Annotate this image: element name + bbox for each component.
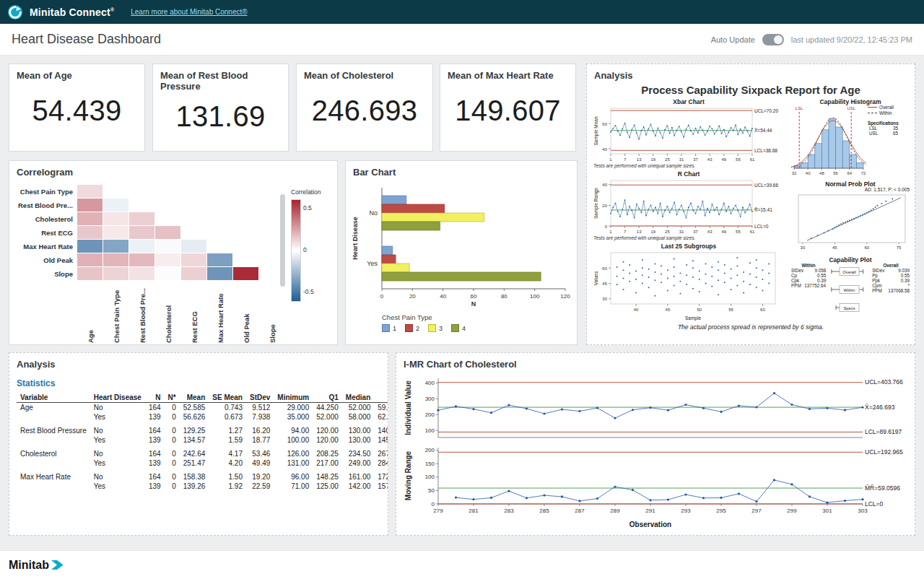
svg-text:200: 200 [425,447,435,453]
svg-text:LCL=0: LCL=0 [865,500,884,508]
svg-text:Sample: Sample [685,315,701,321]
svg-text:Sample Mean: Sample Mean [593,116,599,145]
correlogram-cell [103,199,129,212]
svg-text:UCL=403.766: UCL=403.766 [865,378,903,386]
svg-text:297: 297 [751,508,762,514]
svg-text:289: 289 [610,508,620,514]
kpi-card-mean-max-hr: Mean of Max Heart Rate 149.607 [440,64,576,152]
stats-row: Rest Blood PressureNo1640129.251.2716.20… [17,422,388,435]
svg-text:0: 0 [380,293,384,300]
kpi-title: Mean of Age [9,64,144,82]
svg-text:31: 31 [679,230,684,234]
correlogram-cell [207,267,233,281]
svg-text:61: 61 [750,157,755,162]
statistics-heading: Statistics [9,371,388,390]
svg-text:40: 40 [602,147,607,152]
kpi-title: Mean of Max Heart Rate [440,64,575,82]
svg-text:300: 300 [425,396,435,402]
legend-item: 1 [382,324,396,332]
svg-text:60: 60 [602,266,607,271]
correlogram-cell [207,253,233,267]
svg-text:50: 50 [428,487,435,494]
imr-charts: 100200300400UCL=403.766X̄=246.693LCL=89.… [401,373,915,531]
capability-histogram: 324048566472LSLUSL [791,105,866,177]
correlogram-cell [129,240,155,253]
toggle-knob [774,35,783,44]
svg-text:60: 60 [760,308,765,312]
correlogram-cell [77,240,103,253]
stats-row: AgeNo164052.5850.7439.51229.00044.25052.… [17,403,388,413]
svg-text:40: 40 [602,183,607,187]
svg-text:55: 55 [736,157,741,162]
panel-title: I-MR Chart of Cholesterol [396,353,915,371]
svg-text:55: 55 [728,308,733,312]
svg-text:32: 32 [792,171,797,175]
kpi-card-mean-age: Mean of Age 54.439 [9,64,145,152]
svg-text:7: 7 [624,157,627,162]
svg-text:100: 100 [530,293,540,300]
svg-text:UCL=39.66: UCL=39.66 [754,183,778,188]
svg-text:Individual Value: Individual Value [404,380,412,435]
capability-bands: OverallWithinSpecs [829,263,869,316]
svg-text:50: 50 [697,308,702,312]
correlogram-cell [103,226,129,240]
minitab-footer-logo: Minitab [9,559,64,572]
correlogram-cell [233,267,259,281]
svg-text:LCL=0: LCL=0 [754,224,769,229]
last25-subgroups-chart: 3045604045505560ValuesSample [592,249,785,321]
svg-text:60: 60 [602,122,607,126]
svg-text:13: 13 [637,157,642,162]
auto-update-toggle[interactable] [762,34,784,45]
svg-text:72: 72 [861,171,866,175]
svg-text:75: 75 [897,245,902,250]
page-footer: Minitab [0,550,924,579]
svg-text:Moving Range: Moving Range [404,450,412,500]
correlogram-cell [155,253,181,267]
analysis-statistics-panel: Analysis Statistics VariableHeart Diseas… [9,352,388,536]
svg-text:400: 400 [425,380,435,386]
last-updated-text: last updated 9/20/22, 12:45:23 PM [791,35,912,44]
correlogram-cell [129,226,155,240]
correlogram-scrollbar[interactable] [280,194,285,287]
svg-text:X̄=246.693: X̄=246.693 [865,404,895,411]
correlogram-cell [129,253,155,267]
svg-text:20: 20 [602,204,607,208]
footer-brand-text: Minitab [9,559,49,572]
svg-text:37: 37 [693,157,698,162]
bar-chart-legend: Chest Pain Type1234 [382,313,577,332]
svg-text:200: 200 [425,412,435,418]
svg-text:48: 48 [819,171,824,175]
svg-text:40: 40 [634,308,639,312]
legend-item: 3 [428,324,443,332]
kpi-value: 149.607 [440,82,575,151]
svg-text:60: 60 [471,293,477,300]
svg-text:291: 291 [645,508,655,514]
svg-text:64: 64 [847,171,852,175]
learn-more-link[interactable]: Learn more about Minitab Connect® [131,8,247,16]
svg-text:281: 281 [468,508,479,514]
correlogram-cell [77,267,103,281]
correlogram-cell [155,267,181,281]
svg-text:Overall: Overall [842,270,855,274]
svg-text:Values: Values [593,271,598,285]
moving-range-chart: 0501001502002792812832852872892912932952… [401,443,909,528]
stats-row: Yes1390134.571.5918.77100.00120.00130.00… [17,435,388,445]
svg-text:43: 43 [707,230,712,234]
svg-text:303: 303 [858,508,868,514]
svg-text:0: 0 [605,225,608,229]
bar-chart: 020406080100120NoYesHeart DiseaseN [349,183,577,310]
page-title: Heart Disease Dashboard [12,32,161,47]
svg-text:279: 279 [433,508,443,514]
svg-text:285: 285 [539,508,549,514]
bar-chart-panel: Bar Chart 020406080100120NoYesHeart Dise… [345,160,578,345]
svg-text:20: 20 [409,293,416,300]
svg-text:1: 1 [609,157,612,162]
auto-update-label: Auto Update [711,35,755,44]
correlogram-heatmap: Chest Pain TypeRest Blood Pre...Choleste… [17,185,337,343]
correlogram-cell [181,267,207,281]
svg-text:80: 80 [501,293,507,300]
svg-text:30: 30 [602,297,607,301]
correlogram-cell [77,185,103,199]
svg-text:31: 31 [679,157,684,162]
correlation-legend: Correlation0.50-0.5 [291,188,331,300]
